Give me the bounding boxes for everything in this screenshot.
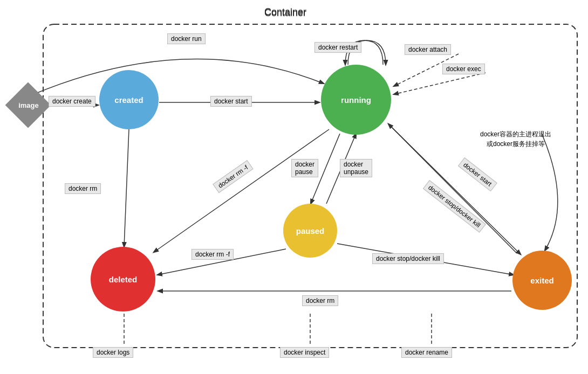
- node-paused: paused: [283, 204, 337, 258]
- label-docker-restart: docker restart: [314, 42, 361, 53]
- diagram: Container: [0, 0, 588, 374]
- node-image-label: image: [9, 89, 48, 121]
- label-docker-rm-created: docker rm: [65, 183, 101, 194]
- label-docker-exec: docker exec: [442, 64, 485, 74]
- arrow-docker-exec: [394, 73, 486, 94]
- arrow-docker-rm-created: [124, 129, 129, 247]
- label-docker-stop-kill2: docker stop/docker kill: [372, 253, 444, 264]
- label-docker-rm-f2: docker rm -f: [192, 249, 234, 260]
- label-docker-pause: dockerpause: [291, 159, 318, 177]
- arrow-docker-run: [33, 59, 324, 94]
- label-docker-rename: docker rename: [401, 347, 452, 358]
- label-main-process: docker容器的主进程退出或docker服务挂掉等: [480, 129, 551, 149]
- node-exited: exited: [512, 251, 572, 310]
- page-title: Container: [264, 8, 306, 19]
- label-docker-inspect: docker inspect: [280, 347, 329, 358]
- arrow-main-process: [542, 135, 558, 251]
- label-docker-run: docker run: [167, 33, 206, 44]
- node-deleted: deleted: [91, 247, 155, 311]
- label-docker-create: docker create: [49, 96, 95, 107]
- node-running: running: [321, 65, 391, 135]
- label-docker-unpause: dockerunpause: [340, 159, 372, 177]
- label-docker-start1: docker start: [210, 96, 252, 107]
- label-docker-attach: docker attach: [405, 44, 451, 55]
- label-docker-logs: docker logs: [93, 347, 133, 358]
- node-created: created: [99, 70, 159, 129]
- label-docker-rm-bottom: docker rm: [302, 295, 338, 306]
